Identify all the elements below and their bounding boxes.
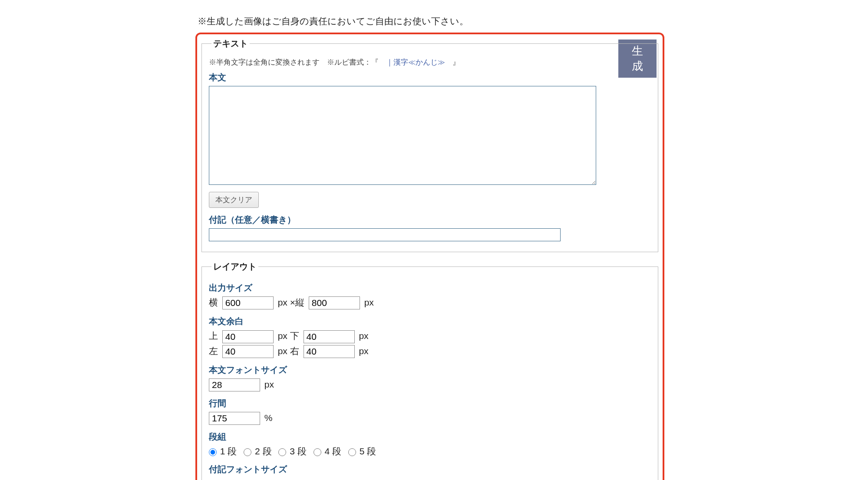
text-section: テキスト ※半角文字は全角に変換されます ※ルビ書式：『 ｜漢字≪かんじ≫ 』 … [201,38,658,252]
columns-option-4[interactable]: 4 段 [314,446,341,456]
width-label: 横 [209,296,218,309]
text-section-legend: テキスト [211,38,250,49]
columns-option-1[interactable]: 1 段 [209,446,237,456]
columns-radio-3[interactable] [278,448,286,456]
margin-left-input[interactable] [222,345,274,358]
margin-bottom-input[interactable] [304,330,355,343]
note-input[interactable] [209,228,561,241]
columns-radio-4[interactable] [314,448,321,456]
columns-option-5[interactable]: 5 段 [348,446,376,456]
layout-section: レイアウト 出力サイズ 横 px ×縦 px 本文余白 上 px 下 px [201,261,658,480]
px-suffix-2: px [359,346,368,356]
output-size-row: 横 px ×縦 px [209,296,651,309]
font-size-row: px [209,378,651,391]
columns-radio-2[interactable] [244,448,251,456]
width-input[interactable] [222,296,274,309]
margin-right-label: px 右 [278,345,299,357]
line-height-suffix: % [264,413,273,423]
note-prefix: ※半角文字は全角に変換されます ※ルビ書式：『 [209,58,386,66]
clear-body-button[interactable]: 本文クリア [209,192,259,208]
line-height-input[interactable] [209,412,260,425]
font-size-input[interactable] [209,378,260,391]
note-suffix: 』 [445,58,460,66]
margin-row-1: 上 px 下 px [209,330,651,343]
line-height-label: 行間 [209,398,651,409]
disclaimer-text: ※生成した画像はご自身の責任においてご自由にお使い下さい。 [198,15,664,27]
margin-bottom-label: px 下 [278,330,299,342]
margin-label: 本文余白 [209,316,651,327]
columns-option-3[interactable]: 3 段 [278,446,306,456]
font-size-label: 本文フォントサイズ [209,364,651,376]
ruby-format-example: ｜漢字≪かんじ≫ [386,58,445,66]
px-suffix: px [364,297,374,308]
columns-option-2[interactable]: 2 段 [244,446,271,456]
columns-label: 段組 [209,431,651,443]
body-label: 本文 [209,72,651,83]
margin-left-label: 左 [209,345,218,357]
height-input[interactable] [309,296,360,309]
px-x-height-label: px ×縦 [278,296,304,309]
font-size-suffix: px [264,379,274,390]
highlighted-region: 生 成 テキスト ※半角文字は全角に変換されます ※ルビ書式：『 ｜漢字≪かんじ… [195,33,664,480]
text-section-note: ※半角文字は全角に変換されます ※ルビ書式：『 ｜漢字≪かんじ≫ 』 [209,57,651,67]
margin-top-label: 上 [209,330,218,342]
margin-row-2: 左 px 右 px [209,345,651,358]
note-label: 付記（任意／横書き） [209,214,651,226]
columns-radio-1[interactable] [209,448,217,456]
px-suffix-1: px [359,331,368,341]
note-font-size-label: 付記フォントサイズ [209,464,651,475]
margin-top-input[interactable] [222,330,274,343]
columns-radio-row: 1 段 2 段 3 段 4 段 5 段 [209,445,651,457]
body-textarea[interactable] [209,86,596,185]
layout-section-legend: レイアウト [211,261,258,273]
output-size-label: 出力サイズ [209,282,651,294]
line-height-row: % [209,412,651,425]
margin-right-input[interactable] [304,345,355,358]
columns-radio-5[interactable] [348,448,356,456]
